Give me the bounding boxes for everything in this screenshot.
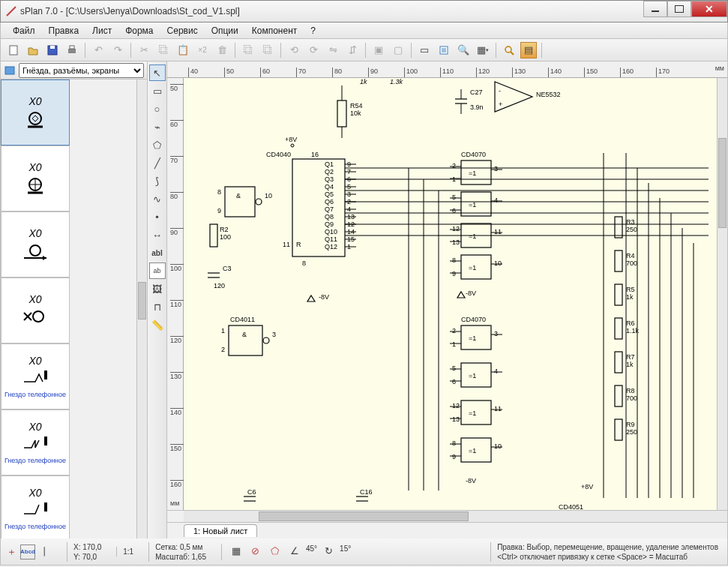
schematic-canvas[interactable]: R54 10k 1k 1.3k C27 3.9n - + NE5532 <box>184 78 717 510</box>
menu-service[interactable]: Сервис <box>161 24 204 38</box>
status-angle-icon[interactable]: ∠ <box>286 544 303 560</box>
canvas-scrollbar-v[interactable] <box>717 78 727 510</box>
menu-file[interactable]: Файл <box>7 24 41 38</box>
bezier-tool[interactable]: ∿ <box>149 190 166 207</box>
palette-item-2[interactable]: X0 <box>1 212 70 278</box>
open-button[interactable] <box>25 42 41 58</box>
svg-text:R2: R2 <box>220 226 229 233</box>
svg-text:16: 16 <box>311 151 319 158</box>
status-lock-icon[interactable]: ⊘ <box>247 544 264 560</box>
svg-text:Q3: Q3 <box>325 176 334 183</box>
svg-text:8: 8 <box>302 260 306 267</box>
close-button[interactable]: ✕ <box>691 1 727 17</box>
status-refresh-icon[interactable]: ↻ <box>320 544 337 560</box>
maximize-button[interactable] <box>667 1 691 17</box>
mirror-h-button[interactable]: ⇋ <box>325 42 341 58</box>
svg-point-9 <box>505 46 511 52</box>
palette-item-6[interactable]: X0Гнездо телефонное <box>1 476 70 538</box>
ruler-tool[interactable]: 📏 <box>149 316 166 333</box>
rotate-cw-button[interactable]: ⟳ <box>305 42 322 58</box>
menu-sheet[interactable]: Лист <box>86 24 118 38</box>
palette-scrollbar[interactable] <box>136 80 147 538</box>
svg-text:+: + <box>499 100 502 108</box>
svg-rect-29 <box>337 100 346 127</box>
svg-rect-4 <box>70 46 74 49</box>
magnify-button[interactable] <box>501 42 517 58</box>
copy-button[interactable]: ⿻ <box>155 42 172 58</box>
ungroup-button[interactable]: ▢ <box>390 42 406 58</box>
svg-text:8: 8 <box>452 256 456 264</box>
undo-button[interactable]: ↶ <box>90 42 106 58</box>
cut-button[interactable]: ✂ <box>136 42 152 58</box>
rotate-ccw-button[interactable]: ⟲ <box>286 42 302 58</box>
menu-help[interactable]: ? <box>304 24 322 38</box>
dim-tool[interactable]: ↔ <box>149 226 166 243</box>
menu-component[interactable]: Компонент <box>246 24 304 38</box>
status-sep-icon[interactable]: 丨 <box>37 544 52 560</box>
paste-button[interactable]: 📋 <box>175 42 191 58</box>
new-button[interactable] <box>5 42 22 58</box>
status-polygon-icon[interactable]: ⬠ <box>267 544 283 560</box>
pointer-tool[interactable]: ↖ <box>149 64 166 81</box>
redo-button[interactable]: ↷ <box>109 42 126 58</box>
status-mid-icons: ▦ ⊘ ⬠ ∠ 45° ↻ 15° <box>221 544 357 560</box>
mirror-v-button[interactable]: ⇵ <box>344 42 361 58</box>
svg-text:NE5532: NE5532 <box>536 91 561 98</box>
status-abcd-icon[interactable]: Abcd <box>20 544 35 560</box>
svg-rect-2 <box>50 46 55 49</box>
zigzag-tool[interactable]: ⌁ <box>149 118 166 135</box>
magnet-tool[interactable]: ⊓ <box>149 298 166 315</box>
palette-item-1[interactable]: X0 <box>1 146 70 212</box>
palette-item-0[interactable]: X0 <box>1 80 70 146</box>
status-plus-icon[interactable]: ＋ <box>4 544 19 560</box>
menu-edit[interactable]: Правка <box>43 24 85 38</box>
svg-text:R7: R7 <box>626 353 635 361</box>
palette-item-5[interactable]: X0Гнездо телефонное <box>1 410 70 476</box>
svg-text:1: 1 <box>452 340 456 348</box>
status-snap-icon[interactable]: ▦ <box>228 544 244 560</box>
svg-rect-178 <box>615 217 622 238</box>
menu-options[interactable]: Опции <box>205 24 244 38</box>
layers-button[interactable]: ▤ <box>520 42 537 58</box>
curve-tool[interactable]: ⟆ <box>149 172 166 189</box>
svg-rect-95 <box>210 224 217 247</box>
svg-text:Q12: Q12 <box>325 243 337 250</box>
textbox-tool[interactable]: ab <box>149 262 166 279</box>
svg-text:=1: =1 <box>469 170 476 177</box>
node-tool[interactable]: • <box>149 208 166 225</box>
delete-button[interactable]: 🗑 <box>214 42 230 58</box>
dup-button[interactable]: ⿻ <box>240 42 256 58</box>
svg-point-12 <box>29 112 41 124</box>
list-button[interactable] <box>436 42 452 58</box>
save-button[interactable] <box>44 42 61 58</box>
text-tool[interactable]: abI <box>149 244 166 261</box>
svg-rect-3 <box>68 49 76 53</box>
circle-tool[interactable]: ○ <box>149 100 166 117</box>
paste-x2-button[interactable]: ×2 <box>194 42 211 58</box>
svg-text:11: 11 <box>283 241 290 248</box>
group-button[interactable]: ▣ <box>370 42 387 58</box>
palette-item-4[interactable]: X0Гнездо телефонное <box>1 344 70 410</box>
menu-form[interactable]: Форма <box>119 24 159 38</box>
palette-item-3[interactable]: X0 <box>1 278 70 344</box>
svg-point-46 <box>291 144 294 147</box>
print-button[interactable] <box>64 42 80 58</box>
image-tool[interactable]: 🖼 <box>149 280 166 297</box>
svg-text:10: 10 <box>494 260 502 267</box>
category-select[interactable]: Гнёзда, разъёмы, экраны <box>19 63 144 78</box>
grid-btn[interactable]: ▦▾ <box>475 42 491 58</box>
line-tool[interactable]: ╱ <box>149 154 166 171</box>
svg-text:Q6: Q6 <box>325 198 334 206</box>
rect-tool[interactable]: ▭ <box>149 82 166 99</box>
select-tool-button[interactable]: ▭ <box>416 42 433 58</box>
svg-line-10 <box>511 52 514 55</box>
svg-point-91 <box>256 199 262 205</box>
sheet-tab-1[interactable]: 1: Новый лист <box>184 524 257 537</box>
dup2-button[interactable]: ⿻ <box>259 42 276 58</box>
poly-tool[interactable]: ⬠ <box>149 136 166 153</box>
minimize-button[interactable] <box>643 1 667 17</box>
svg-text:5: 5 <box>452 364 456 372</box>
svg-text:CD4011: CD4011 <box>230 316 255 323</box>
canvas-scrollbar-h[interactable] <box>184 511 727 522</box>
find-button[interactable]: 🔍 <box>455 42 472 58</box>
